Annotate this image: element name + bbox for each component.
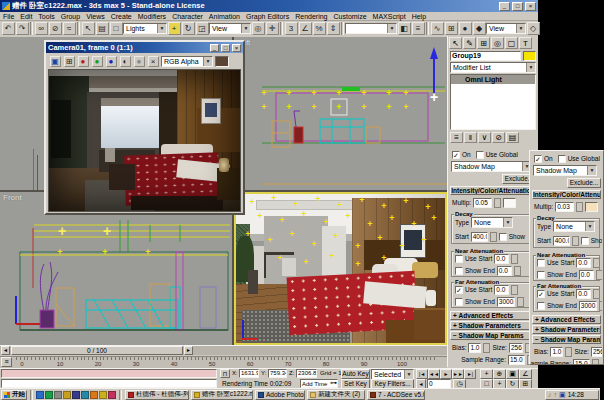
task-button[interactable]: 新建文件夹 (2) — [307, 390, 365, 400]
omni-light-icon[interactable]: + — [399, 243, 404, 249]
play-button[interactable]: ► — [440, 369, 452, 379]
red-channel-icon[interactable]: ● — [78, 56, 89, 67]
photoshop-icon[interactable] — [81, 391, 89, 399]
omni-light-icon[interactable]: + — [386, 90, 391, 96]
omni-light-icon[interactable]: + — [361, 90, 366, 96]
near-use-checkbox[interactable] — [537, 259, 545, 267]
task-button[interactable]: 杜德伟 - 杜德伟-列... — [125, 390, 189, 400]
menu-graph-editors[interactable]: Graph Editors — [243, 12, 292, 21]
decay-show-checkbox[interactable] — [581, 237, 589, 245]
menu-create[interactable]: Create — [108, 12, 135, 21]
render-frame-window[interactable]: Camera01, frame 0 (1:1) _ □ × ▣ ⊞ ● ● ● … — [44, 40, 245, 215]
omni-light-icon[interactable]: + — [261, 90, 266, 96]
curve-editor-icon[interactable]: ∿ — [431, 22, 444, 35]
select-move-icon[interactable]: + — [168, 22, 181, 35]
exclude-button[interactable]: Exclude... — [567, 178, 601, 188]
channel-dropdown[interactable]: RGB Alpha▼ — [161, 56, 213, 67]
advanced-effects-rollout[interactable]: + Advanced Effects — [532, 315, 601, 324]
vfb-maximize-button[interactable]: □ — [221, 44, 230, 52]
minimize-button[interactable]: _ — [499, 2, 510, 11]
multiplier-spinner[interactable] — [576, 202, 583, 212]
spinner[interactable] — [511, 285, 518, 295]
multiplier-spinner[interactable] — [494, 198, 501, 208]
align-icon[interactable]: ≡ — [412, 22, 425, 35]
omni-light-icon[interactable]: + — [315, 196, 320, 202]
omni-light-icon[interactable]: + — [355, 261, 360, 267]
decay-start-field[interactable]: 400.0 — [553, 236, 570, 246]
size-field[interactable]: 256 — [591, 347, 602, 357]
vfb-title-bar[interactable]: Camera01, frame 0 (1:1) _ □ × — [46, 42, 243, 53]
omni-light-icon[interactable]: + — [103, 228, 111, 234]
omni-light-icon[interactable]: + — [389, 215, 394, 221]
remove-modifier-icon[interactable]: ⊘ — [492, 132, 505, 143]
configure-stack-icon[interactable]: ▤ — [506, 132, 519, 143]
monochrome-icon[interactable]: ◐ — [120, 56, 131, 67]
omni-light-icon[interactable]: + — [145, 249, 150, 255]
select-object-icon[interactable]: ↖ — [82, 22, 95, 35]
time-slider-right-arrow[interactable]: ► — [184, 346, 193, 355]
undo-icon[interactable]: ↶ — [2, 22, 15, 35]
track-bar[interactable]: ≡ 0102030405060708090100 — [0, 356, 447, 368]
viewport-left-view[interactable]: Left +++++++++++++++ — [234, 37, 447, 190]
shadow-map-params-rollout[interactable]: − Shadow Map Params — [450, 331, 536, 340]
next-frame-button[interactable]: ►► — [452, 369, 464, 379]
dropdown-arrow-icon[interactable]: ▼ — [241, 24, 250, 33]
omni-light-icon[interactable]: + — [301, 211, 306, 217]
shadow-type-dropdown[interactable]: Shadow Map▼ — [533, 165, 597, 176]
save-bitmap-icon[interactable]: ▣ — [50, 56, 61, 67]
render-scene-icon[interactable]: ◆ — [473, 22, 486, 35]
close-button[interactable]: × — [525, 2, 536, 11]
shadow-on-checkbox[interactable] — [452, 151, 460, 159]
outlook-icon[interactable] — [63, 391, 71, 399]
omni-light-icon[interactable]: + — [403, 198, 408, 204]
omni-light-icon[interactable]: + — [249, 199, 254, 205]
omni-light-icon[interactable]: + — [403, 104, 408, 110]
material-editor-icon[interactable]: ● — [459, 22, 472, 35]
alpha-channel-icon[interactable]: ● — [134, 56, 145, 67]
modifier-list-dropdown[interactable]: Modifier List▼ — [450, 62, 536, 73]
far-start-field[interactable]: 0.0 — [494, 285, 509, 295]
menu-group[interactable]: Group — [58, 12, 83, 21]
schematic-view-icon[interactable]: ⊞ — [445, 22, 458, 35]
maximize-button[interactable]: □ — [512, 2, 523, 11]
pin-stack-icon[interactable]: ≡ — [450, 132, 463, 143]
omni-light-icon[interactable]: + — [430, 94, 438, 100]
omni-light-icon[interactable]: + — [277, 255, 282, 261]
make-unique-icon[interactable]: ∨ — [478, 132, 491, 143]
dropdown-arrow-icon[interactable]: ▼ — [387, 24, 396, 33]
viewport-camera-view[interactable]: ++++++++++++++++++++++++++++++++ — [234, 192, 447, 345]
shadow-parameters-rollout[interactable]: + Shadow Parameters — [450, 321, 536, 330]
time-slider[interactable]: ◄ 0 / 100 ► — [0, 345, 447, 355]
bind-spacewarp-icon[interactable]: ≈ — [63, 22, 76, 35]
mirror-icon[interactable]: ◧ — [398, 22, 411, 35]
bias-field[interactable]: 1.0 — [468, 343, 481, 353]
y-coord-field[interactable]: 759.34 — [268, 369, 287, 378]
spinner[interactable] — [599, 301, 602, 311]
near-use-checkbox[interactable] — [455, 255, 463, 263]
omni-light-icon[interactable]: + — [345, 213, 350, 219]
viewport-label[interactable]: Front — [3, 193, 22, 202]
vfb-close-button[interactable]: × — [232, 44, 241, 52]
decay-type-dropdown[interactable]: None▼ — [553, 221, 595, 232]
dropdown-arrow-icon[interactable]: ▼ — [526, 63, 535, 72]
dropdown-arrow-icon[interactable]: ▼ — [585, 222, 594, 231]
select-manipulate-icon[interactable]: ✛ — [266, 22, 279, 35]
blue-channel-icon[interactable]: ● — [106, 56, 117, 67]
spinner[interactable] — [572, 236, 579, 246]
sample-range-field[interactable]: 15.0 — [508, 355, 525, 365]
intensity-rollout-header[interactable]: Intensity/Color/Attenuation — [450, 186, 536, 195]
decay-type-dropdown[interactable]: None▼ — [471, 217, 513, 228]
object-name-field[interactable]: Group19 — [450, 51, 521, 61]
volume-icon[interactable]: ♪ — [548, 391, 552, 398]
near-end-field[interactable]: 0.0 — [497, 266, 512, 276]
spinner[interactable] — [517, 297, 524, 307]
omni-light-icon[interactable]: + — [361, 104, 366, 110]
reference-coordsys-dropdown[interactable]: View▼ — [209, 23, 251, 34]
omni-light-icon[interactable]: + — [303, 259, 308, 265]
shadow-on-checkbox[interactable] — [534, 155, 542, 163]
far-end-field[interactable]: 3000.0 — [497, 297, 515, 307]
select-link-icon[interactable]: ∞ — [35, 22, 48, 35]
spinner[interactable] — [593, 289, 600, 299]
advanced-effects-rollout[interactable]: + Advanced Effects — [450, 311, 536, 320]
far-start-field[interactable]: 0.0 — [576, 289, 591, 299]
